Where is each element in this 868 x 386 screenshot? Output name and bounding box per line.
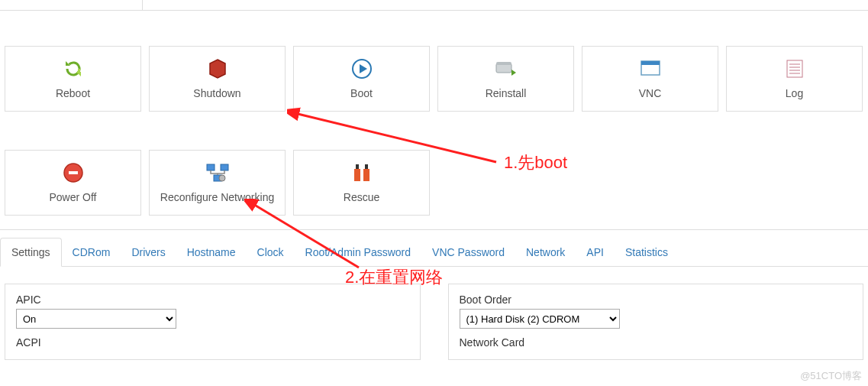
boot-button[interactable]: Boot — [293, 46, 430, 112]
boot-order-select[interactable]: (1) Hard Disk (2) CDROM — [460, 309, 620, 329]
acpi-label: ACPI — [16, 336, 409, 349]
log-icon — [786, 58, 804, 79]
boot-order-label: Boot Order — [460, 294, 853, 306]
tab-network[interactable]: Network — [515, 238, 576, 266]
svg-rect-21 — [365, 164, 368, 169]
reinstall-icon — [495, 58, 518, 79]
reconfigure-networking-button[interactable]: Reconfigure Networking — [149, 150, 286, 216]
reboot-button[interactable]: Reboot — [5, 46, 141, 112]
log-button-label: Log — [786, 87, 803, 99]
boot-icon — [351, 58, 373, 79]
settings-left-panel: APIC On ACPI — [5, 284, 421, 360]
rescue-button[interactable]: Rescue — [293, 150, 430, 216]
tab-vnc-password[interactable]: VNC Password — [421, 238, 515, 266]
shutdown-button[interactable]: Shutdown — [149, 46, 286, 112]
reconfigure-icon — [205, 162, 230, 183]
svg-rect-15 — [221, 164, 228, 170]
log-button[interactable]: Log — [726, 46, 863, 112]
reboot-button-label: Reboot — [56, 87, 90, 99]
settings-right-panel: Boot Order (1) Hard Disk (2) CDROM Netwo… — [448, 284, 864, 360]
poweroff-button[interactable]: Power Off — [5, 150, 141, 216]
tabs: SettingsCDRomDriversHostnameClockRoot/Ad… — [0, 238, 868, 267]
svg-rect-4 — [496, 62, 511, 65]
poweroff-icon — [63, 162, 84, 183]
tab-cdrom[interactable]: CDRom — [62, 238, 121, 266]
watermark: @51CTO博客 — [800, 369, 862, 383]
vnc-button[interactable]: VNC — [582, 46, 718, 112]
top-strip — [0, 0, 868, 11]
settings-panels: APIC On ACPI Boot Order (1) Hard Disk (2… — [0, 267, 868, 360]
tab-root-admin-password[interactable]: Root/Admin Password — [295, 238, 422, 266]
shutdown-button-label: Shutdown — [193, 87, 240, 99]
apic-label: APIC — [16, 294, 409, 306]
separator — [0, 229, 868, 230]
tab-statistics[interactable]: Statistics — [615, 238, 679, 266]
tab-clock[interactable]: Clock — [247, 238, 295, 266]
tab-api[interactable]: API — [576, 238, 615, 266]
tab-drivers[interactable]: Drivers — [121, 238, 176, 266]
reboot-icon — [63, 58, 83, 79]
reinstall-button-label: Reinstall — [486, 87, 527, 99]
rescue-icon — [353, 162, 371, 183]
shutdown-icon — [207, 58, 228, 79]
svg-point-17 — [219, 175, 225, 181]
apic-select[interactable]: On — [16, 309, 176, 329]
reinstall-button[interactable]: Reinstall — [437, 46, 574, 112]
tab-hostname[interactable]: Hostname — [176, 238, 247, 266]
reconfigure-networking-button-label: Reconfigure Networking — [160, 191, 274, 203]
rescue-button-label: Rescue — [344, 191, 379, 203]
poweroff-button-label: Power Off — [50, 191, 97, 203]
boot-button-label: Boot — [350, 87, 373, 99]
svg-rect-19 — [360, 169, 363, 181]
network-card-label: Network Card — [460, 336, 853, 349]
tab-settings[interactable]: Settings — [0, 238, 62, 267]
svg-rect-20 — [356, 164, 359, 169]
svg-rect-14 — [207, 164, 215, 170]
svg-rect-13 — [69, 171, 78, 174]
vnc-button-label: VNC — [639, 87, 662, 99]
vnc-icon — [640, 58, 661, 79]
svg-rect-6 — [641, 61, 660, 65]
actions-grid: RebootShutdownBootReinstallVNCLog — [0, 11, 868, 130]
actions-grid-row2: Power OffReconfigure NetworkingRescue — [0, 130, 868, 216]
svg-rect-7 — [787, 60, 802, 77]
svg-marker-0 — [210, 60, 225, 78]
